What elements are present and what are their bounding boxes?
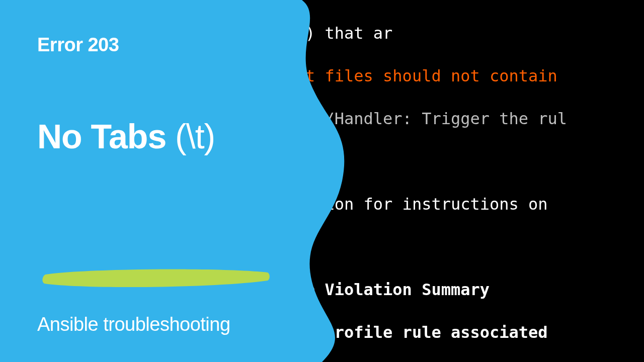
page-title: No Tabs (\t) xyxy=(37,117,215,156)
title-main: No Tabs xyxy=(37,117,175,155)
kicker-text: Error 203 xyxy=(37,34,119,56)
subtitle-text: Ansible troubleshooting xyxy=(37,314,230,335)
slide-stage: WARNING Listing 1 violation(s) that ar n… xyxy=(0,0,644,362)
title-block: Error 203 No Tabs (\t) Ansible troublesh… xyxy=(0,0,322,362)
title-paren: (\t) xyxy=(175,117,215,155)
underline-swash xyxy=(42,267,271,290)
swash-path xyxy=(42,269,269,288)
